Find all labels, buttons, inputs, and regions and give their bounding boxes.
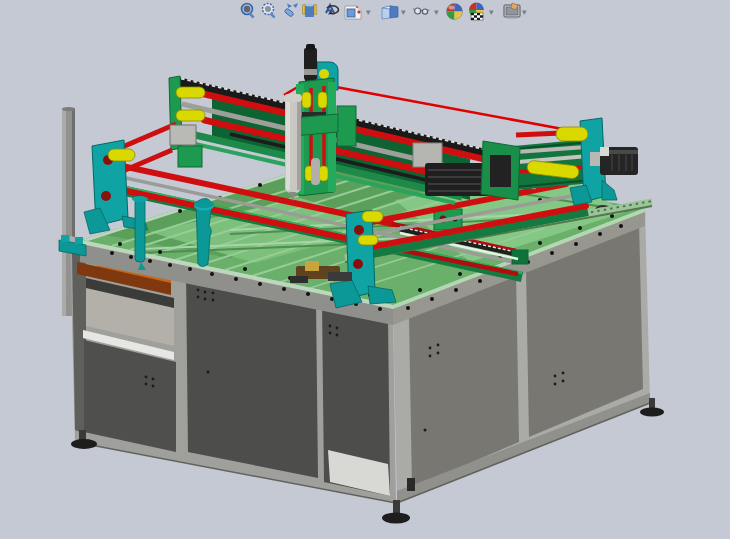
- svg-text:▾: ▾: [401, 7, 406, 17]
- svg-text:▾: ▾: [366, 7, 371, 17]
- svg-text:▾: ▾: [489, 7, 494, 17]
- svg-text:▾: ▾: [522, 7, 527, 17]
- svg-text:▾: ▾: [434, 7, 439, 17]
